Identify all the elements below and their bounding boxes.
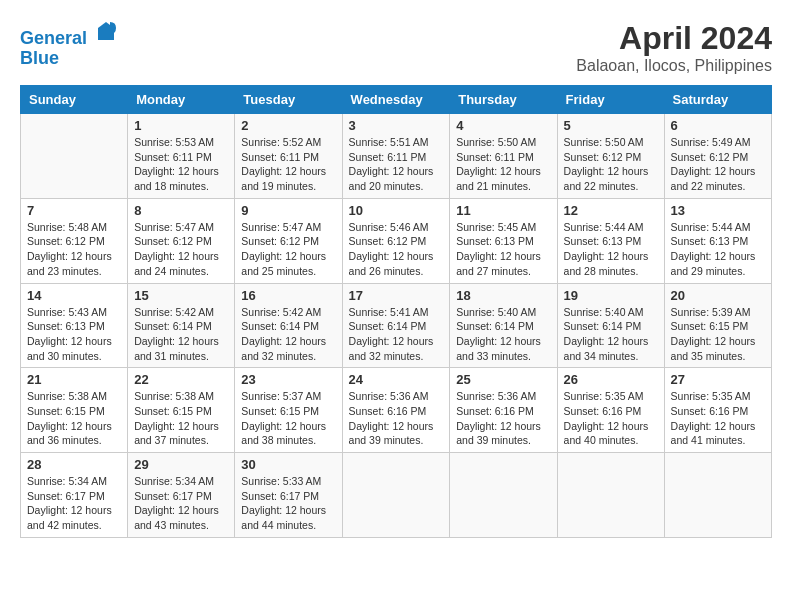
logo-text2: Blue [20,49,118,69]
day-number: 6 [671,118,765,133]
calendar-cell: 10Sunrise: 5:46 AMSunset: 6:12 PMDayligh… [342,198,450,283]
logo-text: General [20,20,118,49]
calendar-week-row: 21Sunrise: 5:38 AMSunset: 6:15 PMDayligh… [21,368,772,453]
calendar-header-row: SundayMondayTuesdayWednesdayThursdayFrid… [21,86,772,114]
day-info: Sunrise: 5:41 AMSunset: 6:14 PMDaylight:… [349,305,444,364]
title-section: April 2024 Balaoan, Ilocos, Philippines [576,20,772,75]
day-info: Sunrise: 5:35 AMSunset: 6:16 PMDaylight:… [564,389,658,448]
day-info: Sunrise: 5:46 AMSunset: 6:12 PMDaylight:… [349,220,444,279]
calendar-cell: 3Sunrise: 5:51 AMSunset: 6:11 PMDaylight… [342,114,450,199]
day-number: 20 [671,288,765,303]
day-number: 14 [27,288,121,303]
day-number: 22 [134,372,228,387]
calendar-cell: 27Sunrise: 5:35 AMSunset: 6:16 PMDayligh… [664,368,771,453]
day-info: Sunrise: 5:34 AMSunset: 6:17 PMDaylight:… [134,474,228,533]
day-number: 21 [27,372,121,387]
day-info: Sunrise: 5:35 AMSunset: 6:16 PMDaylight:… [671,389,765,448]
day-number: 16 [241,288,335,303]
logo-icon [94,20,118,44]
day-info: Sunrise: 5:37 AMSunset: 6:15 PMDaylight:… [241,389,335,448]
day-number: 30 [241,457,335,472]
day-info: Sunrise: 5:36 AMSunset: 6:16 PMDaylight:… [349,389,444,448]
calendar-cell: 11Sunrise: 5:45 AMSunset: 6:13 PMDayligh… [450,198,557,283]
day-info: Sunrise: 5:50 AMSunset: 6:11 PMDaylight:… [456,135,550,194]
calendar-cell: 15Sunrise: 5:42 AMSunset: 6:14 PMDayligh… [128,283,235,368]
day-info: Sunrise: 5:33 AMSunset: 6:17 PMDaylight:… [241,474,335,533]
day-info: Sunrise: 5:38 AMSunset: 6:15 PMDaylight:… [27,389,121,448]
calendar-cell: 28Sunrise: 5:34 AMSunset: 6:17 PMDayligh… [21,453,128,538]
day-info: Sunrise: 5:52 AMSunset: 6:11 PMDaylight:… [241,135,335,194]
day-info: Sunrise: 5:42 AMSunset: 6:14 PMDaylight:… [241,305,335,364]
calendar-week-row: 7Sunrise: 5:48 AMSunset: 6:12 PMDaylight… [21,198,772,283]
calendar-table: SundayMondayTuesdayWednesdayThursdayFrid… [20,85,772,538]
day-info: Sunrise: 5:51 AMSunset: 6:11 PMDaylight:… [349,135,444,194]
day-number: 10 [349,203,444,218]
calendar-cell: 2Sunrise: 5:52 AMSunset: 6:11 PMDaylight… [235,114,342,199]
calendar-cell: 4Sunrise: 5:50 AMSunset: 6:11 PMDaylight… [450,114,557,199]
calendar-cell: 25Sunrise: 5:36 AMSunset: 6:16 PMDayligh… [450,368,557,453]
calendar-day-header: Wednesday [342,86,450,114]
day-info: Sunrise: 5:47 AMSunset: 6:12 PMDaylight:… [134,220,228,279]
calendar-cell: 26Sunrise: 5:35 AMSunset: 6:16 PMDayligh… [557,368,664,453]
day-number: 8 [134,203,228,218]
logo: General Blue [20,20,118,69]
day-number: 9 [241,203,335,218]
calendar-cell: 12Sunrise: 5:44 AMSunset: 6:13 PMDayligh… [557,198,664,283]
calendar-cell: 24Sunrise: 5:36 AMSunset: 6:16 PMDayligh… [342,368,450,453]
calendar-cell [664,453,771,538]
calendar-cell [557,453,664,538]
calendar-header: SundayMondayTuesdayWednesdayThursdayFrid… [21,86,772,114]
page-subtitle: Balaoan, Ilocos, Philippines [576,57,772,75]
calendar-cell [450,453,557,538]
calendar-day-header: Saturday [664,86,771,114]
calendar-body: 1Sunrise: 5:53 AMSunset: 6:11 PMDaylight… [21,114,772,538]
day-number: 7 [27,203,121,218]
calendar-cell [21,114,128,199]
day-info: Sunrise: 5:36 AMSunset: 6:16 PMDaylight:… [456,389,550,448]
day-info: Sunrise: 5:50 AMSunset: 6:12 PMDaylight:… [564,135,658,194]
calendar-cell: 23Sunrise: 5:37 AMSunset: 6:15 PMDayligh… [235,368,342,453]
day-number: 11 [456,203,550,218]
day-info: Sunrise: 5:48 AMSunset: 6:12 PMDaylight:… [27,220,121,279]
day-info: Sunrise: 5:43 AMSunset: 6:13 PMDaylight:… [27,305,121,364]
calendar-cell: 13Sunrise: 5:44 AMSunset: 6:13 PMDayligh… [664,198,771,283]
day-info: Sunrise: 5:40 AMSunset: 6:14 PMDaylight:… [456,305,550,364]
calendar-day-header: Sunday [21,86,128,114]
calendar-cell: 18Sunrise: 5:40 AMSunset: 6:14 PMDayligh… [450,283,557,368]
calendar-cell: 8Sunrise: 5:47 AMSunset: 6:12 PMDaylight… [128,198,235,283]
day-number: 2 [241,118,335,133]
calendar-cell: 6Sunrise: 5:49 AMSunset: 6:12 PMDaylight… [664,114,771,199]
day-number: 5 [564,118,658,133]
calendar-cell: 5Sunrise: 5:50 AMSunset: 6:12 PMDaylight… [557,114,664,199]
calendar-cell: 1Sunrise: 5:53 AMSunset: 6:11 PMDaylight… [128,114,235,199]
day-info: Sunrise: 5:42 AMSunset: 6:14 PMDaylight:… [134,305,228,364]
page-title: April 2024 [576,20,772,57]
calendar-day-header: Monday [128,86,235,114]
day-info: Sunrise: 5:45 AMSunset: 6:13 PMDaylight:… [456,220,550,279]
day-number: 24 [349,372,444,387]
day-number: 29 [134,457,228,472]
calendar-week-row: 28Sunrise: 5:34 AMSunset: 6:17 PMDayligh… [21,453,772,538]
calendar-day-header: Thursday [450,86,557,114]
day-number: 23 [241,372,335,387]
calendar-cell [342,453,450,538]
calendar-cell: 29Sunrise: 5:34 AMSunset: 6:17 PMDayligh… [128,453,235,538]
day-number: 1 [134,118,228,133]
calendar-cell: 30Sunrise: 5:33 AMSunset: 6:17 PMDayligh… [235,453,342,538]
day-number: 17 [349,288,444,303]
day-info: Sunrise: 5:44 AMSunset: 6:13 PMDaylight:… [564,220,658,279]
day-info: Sunrise: 5:44 AMSunset: 6:13 PMDaylight:… [671,220,765,279]
calendar-cell: 21Sunrise: 5:38 AMSunset: 6:15 PMDayligh… [21,368,128,453]
page-header: General Blue April 2024 Balaoan, Ilocos,… [20,20,772,75]
day-info: Sunrise: 5:53 AMSunset: 6:11 PMDaylight:… [134,135,228,194]
day-number: 28 [27,457,121,472]
day-info: Sunrise: 5:40 AMSunset: 6:14 PMDaylight:… [564,305,658,364]
day-info: Sunrise: 5:49 AMSunset: 6:12 PMDaylight:… [671,135,765,194]
day-number: 25 [456,372,550,387]
calendar-day-header: Tuesday [235,86,342,114]
day-info: Sunrise: 5:34 AMSunset: 6:17 PMDaylight:… [27,474,121,533]
day-number: 12 [564,203,658,218]
day-info: Sunrise: 5:38 AMSunset: 6:15 PMDaylight:… [134,389,228,448]
day-number: 26 [564,372,658,387]
calendar-cell: 7Sunrise: 5:48 AMSunset: 6:12 PMDaylight… [21,198,128,283]
